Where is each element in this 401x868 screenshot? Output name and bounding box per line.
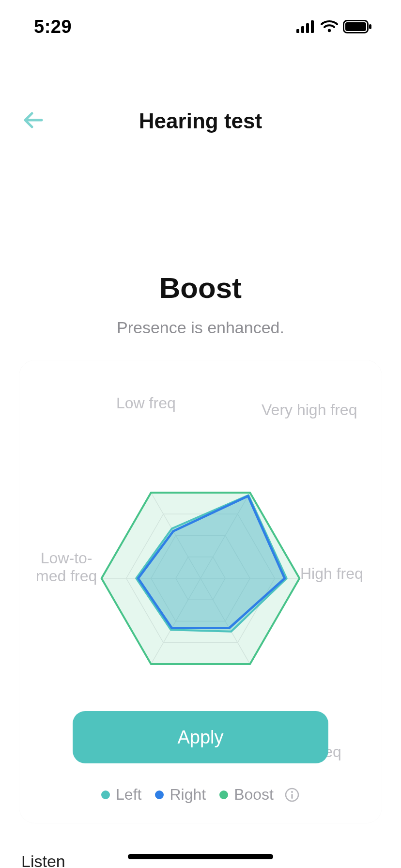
wifi-icon (321, 20, 338, 33)
svg-point-23 (291, 791, 293, 793)
section-title: Boost (0, 271, 401, 305)
cellular-signal-icon (296, 20, 316, 33)
axis-label-low: Low freq (116, 394, 176, 412)
legend-dot-left (101, 790, 110, 799)
legend-label-boost: Boost (234, 786, 274, 804)
svg-rect-0 (296, 29, 299, 33)
svg-rect-7 (369, 24, 371, 29)
page-title: Hearing test (139, 109, 262, 133)
nav-header: Hearing test (0, 102, 401, 140)
legend-item-boost: Boost (219, 786, 300, 804)
chart-legend: Left Right Boost (24, 786, 377, 804)
status-time: 5:29 (34, 16, 72, 37)
section-subtitle: Presence is enhanced. (0, 318, 401, 337)
arrow-left-icon (22, 108, 46, 132)
svg-rect-24 (291, 794, 293, 799)
legend-label-right: Right (170, 786, 206, 804)
legend-dot-boost (219, 790, 228, 799)
svg-rect-1 (301, 26, 304, 33)
legend-label-left: Left (116, 786, 141, 804)
svg-rect-6 (345, 22, 366, 31)
legend-item-right: Right (155, 786, 206, 804)
battery-icon (343, 20, 372, 33)
home-indicator[interactable] (128, 854, 273, 859)
svg-rect-2 (306, 23, 309, 33)
axis-label-high: High freq (300, 565, 363, 583)
axis-label-low-to-med: Low-to- med freq (36, 549, 97, 585)
legend-item-left: Left (101, 786, 141, 804)
info-button[interactable] (284, 787, 300, 803)
axis-label-very-high: Very high freq (262, 401, 357, 419)
apply-button[interactable]: Apply (73, 711, 328, 763)
legend-dot-right (155, 790, 164, 799)
svg-point-4 (328, 29, 331, 32)
svg-rect-3 (311, 20, 314, 33)
status-icons (296, 20, 372, 33)
back-button[interactable] (22, 108, 46, 134)
info-icon (284, 787, 300, 803)
status-bar: 5:29 (0, 0, 401, 53)
